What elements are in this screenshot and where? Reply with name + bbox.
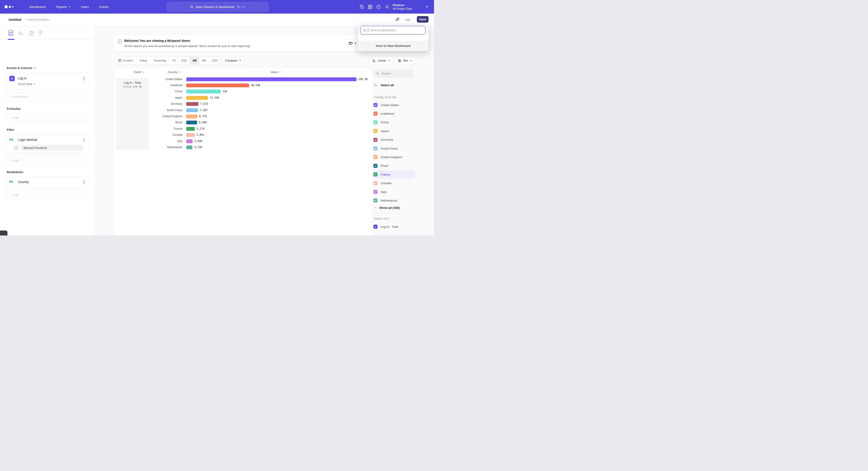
select-all-checkbox[interactable] [373,83,377,87]
country-row-germany[interactable]: Germany [373,136,418,144]
settings-gear-icon[interactable] [385,4,390,9]
tab-funnels[interactable] [18,30,24,36]
country-row-china[interactable]: China [373,118,418,126]
range-tab-6m[interactable]: 6M [199,57,209,64]
add-filter-button[interactable]: + Add [6,155,89,165]
country-checkbox-germany[interactable] [373,138,377,142]
project-switcher[interactable]: Finance All Project Data [393,0,428,13]
bar-france[interactable] [186,127,195,131]
event-series-cell[interactable]: Log In - Total Overall 276.5K [116,78,149,149]
column-header-value[interactable]: Value [271,70,281,74]
country-checkbox-south-korea[interactable] [373,146,377,150]
country-checkbox-japan[interactable] [373,129,377,133]
country-checkbox-canada[interactable] [373,181,377,185]
range-tab-12m[interactable]: 12M [209,57,220,64]
filter-card-login-method[interactable]: Aa Login Method = Manual Password [6,135,89,153]
metric-badge: A [9,76,15,81]
breakdown-card-country[interactable]: Aa Country [6,177,89,187]
country-row-south-korea[interactable]: South Korea [373,144,418,152]
bar-brazil[interactable] [186,121,197,124]
metric-card-log-in[interactable]: A Log In Count Total [6,73,89,90]
event-checkbox-log-in-total[interactable] [373,225,377,229]
country-row-japan[interactable]: Japan [373,127,418,135]
range-tab-custom[interactable]: Custom [115,57,136,64]
add-breakdown-button[interactable]: + Add [6,190,89,200]
bar-canada[interactable] [186,133,195,137]
bar-japan[interactable] [186,96,208,100]
country-checkbox-undefined[interactable] [373,112,377,116]
events-section-label[interactable]: Events & Cohorts [7,66,36,70]
report-title[interactable]: Untitled [8,18,21,22]
country-row-netherlands[interactable]: Netherlands [373,196,418,205]
bar-netherlands[interactable] [186,145,192,149]
show-all-button[interactable]: Show all (184) [374,204,419,211]
event-row-log-in-total[interactable]: Log In - Total [373,223,418,231]
copy-link-icon[interactable] [395,17,400,22]
range-tab-today[interactable]: Today [136,57,150,64]
metric-aggregation-dropdown[interactable]: Count Total [18,83,35,86]
bar-category-label: South Korea [144,108,182,112]
country-row-france[interactable]: France [372,170,415,178]
nav-item-dashboards[interactable]: Dashboards [29,5,46,8]
country-row-united-states[interactable]: United States [373,101,418,109]
select-all-row[interactable]: Select all [373,81,418,89]
tab-flows[interactable] [29,30,35,36]
save-dashboard-search-input[interactable]: Save to dashboard... [360,26,426,34]
add-metric-button[interactable]: + Add Metric [6,92,89,101]
country-checkbox-france[interactable] [373,172,377,176]
country-checkbox-china[interactable] [373,120,377,124]
column-header-event[interactable]: Event [134,70,145,74]
data-management-icon[interactable] [360,4,364,9]
metric-options-kebab-icon[interactable] [82,76,86,81]
country-row-canada[interactable]: Canada [373,179,418,187]
country-checkbox-united-states[interactable] [373,103,377,107]
metric-name[interactable]: Log In [18,77,27,80]
more-actions-button[interactable] [405,17,411,23]
filter-field-name[interactable]: Login Method [18,138,37,142]
series-search-input[interactable]: Search [373,69,414,78]
tab-retention[interactable] [39,30,44,36]
country-row-united-kingdom[interactable]: United Kingdom [373,153,418,161]
bar-germany[interactable] [186,102,198,106]
help-icon[interactable]: ? [376,4,381,9]
breakdown-field-name[interactable]: Country [18,180,29,184]
nav-item-events[interactable]: Events [99,5,108,8]
column-header-country[interactable]: Country [168,70,181,74]
filter-operator-chip[interactable]: = [13,145,19,151]
country-checkbox-netherlands[interactable] [373,198,377,203]
country-row-brazil[interactable]: Brazil [373,162,418,170]
add-description-field[interactable]: + Add description... [26,18,52,21]
bar-south-korea[interactable] [186,108,198,112]
top-nav: DashboardsReportsUsersEvents Open Report… [0,0,434,13]
filter-value-dropdown[interactable]: Manual Password [21,145,84,151]
chart-type-dropdown[interactable]: Bar [395,57,415,64]
country-checkbox-brazil[interactable] [373,164,377,168]
bar-row-undefined: undefined38.55K [114,84,372,87]
bar-united-kingdom[interactable] [186,115,197,118]
global-search-button[interactable]: Open Reports & Dashboards ⌘ + K [166,2,268,11]
save-button[interactable]: Save [417,16,429,23]
mixpanel-logo-icon[interactable] [4,0,13,13]
bar-undefined[interactable] [186,84,249,87]
filter-options-kebab-icon[interactable] [82,138,86,142]
range-tab-yesterday[interactable]: Yesterday [150,57,170,64]
country-checkbox-united-kingdom[interactable] [373,155,377,159]
country-checkbox-italy[interactable] [373,190,377,194]
nav-item-users[interactable]: Users [81,5,89,8]
country-row-undefined[interactable]: undefined [373,110,418,118]
apps-grid-icon[interactable] [368,5,372,9]
bar-italy[interactable] [186,139,193,143]
scale-dropdown[interactable]: Linear [370,57,393,64]
compare-dropdown[interactable]: Compare [222,57,244,64]
range-tab-7d[interactable]: 7D [170,57,178,64]
range-tab-30d[interactable]: 30D [178,57,190,64]
bar-china[interactable] [186,90,221,93]
breakdown-options-kebab-icon[interactable] [82,180,86,184]
add-formula-button[interactable]: + Add [6,113,89,123]
save-to-new-dashboard-button[interactable]: Save to New Dashboard [358,41,428,51]
nav-item-reports[interactable]: Reports [56,5,70,8]
bar-united-states[interactable] [186,77,356,81]
country-row-italy[interactable]: Italy [373,188,418,196]
range-tab-3m[interactable]: 3M [190,57,199,64]
tab-insights[interactable] [8,30,14,36]
